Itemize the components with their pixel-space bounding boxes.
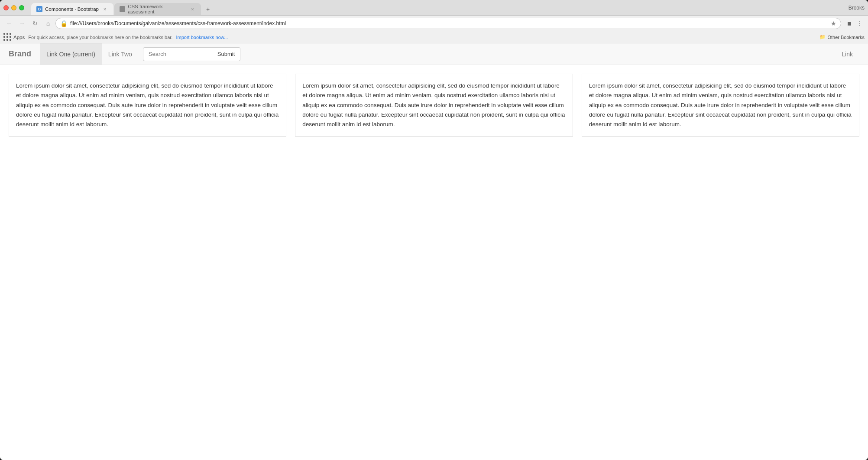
nav-link-two[interactable]: Link Two bbox=[102, 43, 139, 65]
maximize-button[interactable] bbox=[19, 5, 24, 10]
home-button[interactable]: ⌂ bbox=[42, 18, 54, 29]
minimize-button[interactable] bbox=[11, 5, 16, 10]
tab-favicon-1: B bbox=[36, 6, 42, 12]
settings-icon[interactable]: ⋮ bbox=[855, 19, 865, 28]
folder-icon: 📁 bbox=[819, 34, 826, 40]
tab-close-1[interactable]: × bbox=[101, 6, 108, 13]
nav-link-one[interactable]: Link One (current) bbox=[40, 43, 102, 65]
refresh-button[interactable]: ↻ bbox=[29, 18, 41, 29]
tab-css-framework[interactable]: CSS framework assessment × bbox=[114, 3, 201, 15]
content-column-2: Lorem ipsum dolor sit amet, consectetur … bbox=[295, 74, 573, 137]
other-bookmarks-button[interactable]: 📁 Other Bookmarks bbox=[819, 34, 865, 40]
tab-components-bootstrap[interactable]: B Components · Bootstrap × bbox=[31, 3, 113, 15]
tab-label-2: CSS framework assessment bbox=[128, 4, 187, 14]
navbar-brand[interactable]: Brand bbox=[9, 49, 31, 59]
import-bookmarks-link[interactable]: Import bookmarks now... bbox=[176, 35, 228, 40]
bookmarks-hint-text: For quick access, place your bookmarks h… bbox=[28, 35, 172, 40]
window-controls bbox=[3, 5, 24, 10]
bootstrap-navbar: Brand Link One (current) Link Two Submit… bbox=[0, 43, 868, 65]
title-bar: B Components · Bootstrap × CSS framework… bbox=[0, 0, 868, 16]
apps-label: Apps bbox=[13, 35, 25, 40]
apps-dots-icon bbox=[3, 33, 12, 41]
forward-button[interactable]: → bbox=[16, 18, 28, 29]
content-column-1: Lorem ipsum dolor sit amet, consectetur … bbox=[9, 74, 286, 137]
navbar-links: Link One (current) Link Two bbox=[40, 43, 139, 65]
user-name: Brooks bbox=[849, 5, 865, 11]
tab-favicon-2 bbox=[120, 6, 125, 12]
lorem-text-3: Lorem ipsum dolor sit amet, consectetur … bbox=[589, 81, 852, 129]
extensions-icon[interactable]: ◼ bbox=[845, 19, 854, 28]
bookmark-star-icon[interactable]: ★ bbox=[831, 20, 836, 27]
tab-label-1: Components · Bootstrap bbox=[45, 7, 99, 12]
navbar-search-form: Submit bbox=[143, 47, 240, 61]
address-bar[interactable]: 🔒 file:///Users/brooks/Documents/galvani… bbox=[55, 18, 841, 29]
lorem-text-2: Lorem ipsum dolor sit amet, consectetur … bbox=[302, 81, 565, 129]
content-column-3: Lorem ipsum dolor sit amet, consectetur … bbox=[582, 74, 859, 137]
main-content: Lorem ipsum dolor sit amet, consectetur … bbox=[0, 65, 868, 145]
submit-button[interactable]: Submit bbox=[212, 47, 240, 61]
apps-button[interactable]: Apps bbox=[3, 33, 25, 41]
bookmarks-bar: Apps For quick access, place your bookma… bbox=[0, 31, 868, 43]
back-button[interactable]: ← bbox=[3, 18, 15, 29]
url-text: file:///Users/brooks/Documents/galvanize… bbox=[70, 20, 828, 26]
other-bookmarks-label: Other Bookmarks bbox=[827, 35, 865, 40]
lorem-text-1: Lorem ipsum dolor sit amet, consectetur … bbox=[16, 81, 279, 129]
search-input[interactable] bbox=[143, 47, 212, 61]
browser-window: B Components · Bootstrap × CSS framework… bbox=[0, 0, 868, 460]
page-content: Brand Link One (current) Link Two Submit… bbox=[0, 43, 868, 460]
navigation-bar: ← → ↻ ⌂ 🔒 file:///Users/brooks/Documents… bbox=[0, 16, 868, 31]
navbar-right-link[interactable]: Link bbox=[835, 51, 859, 58]
tab-bar: B Components · Bootstrap × CSS framework… bbox=[31, 0, 845, 15]
new-tab-button[interactable]: + bbox=[202, 3, 214, 15]
secure-icon: 🔒 bbox=[60, 20, 68, 27]
tab-close-2[interactable]: × bbox=[189, 6, 196, 13]
close-button[interactable] bbox=[3, 5, 9, 10]
toolbar-icons: ◼ ⋮ bbox=[845, 19, 865, 28]
